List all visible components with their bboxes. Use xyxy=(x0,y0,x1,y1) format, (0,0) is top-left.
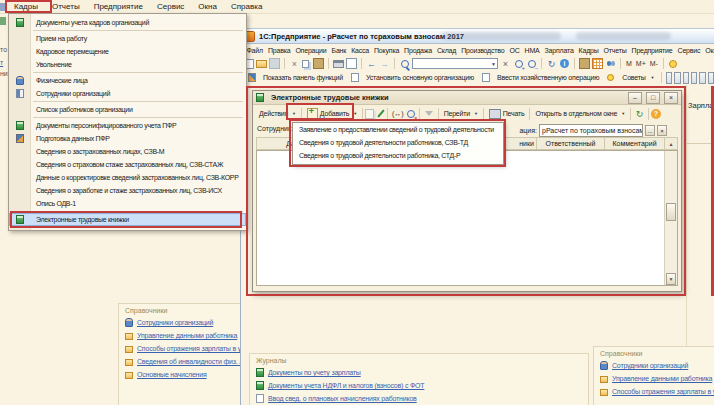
help-icon[interactable]: ? xyxy=(651,109,661,119)
open-icon[interactable] xyxy=(256,60,267,68)
minimize-icon[interactable] xyxy=(628,92,642,104)
zoom-out-icon[interactable] xyxy=(526,58,537,69)
grid-icon[interactable] xyxy=(592,58,603,69)
menubar-item[interactable]: Файл xyxy=(244,45,265,57)
forward-icon[interactable] xyxy=(379,58,390,69)
menubar-item[interactable]: Сервис xyxy=(150,1,191,13)
link-item[interactable]: Основные начисления xyxy=(119,368,241,381)
menu-item[interactable]: Документы учета кадров организаций xyxy=(9,16,246,29)
zoom-in-icon[interactable] xyxy=(513,58,524,69)
scrollbar-thumb[interactable] xyxy=(666,203,676,221)
actions-button[interactable]: Действия xyxy=(256,109,299,118)
menu-item[interactable]: Данные о корректировке сведений застрахо… xyxy=(9,171,246,184)
menu-item[interactable]: Документы персонифицированного учета ПФР xyxy=(9,119,246,132)
link-item[interactable]: Сотрудники организаций xyxy=(119,316,241,329)
menubar-item[interactable]: Справка xyxy=(224,1,269,13)
menu-item[interactable]: Электронные трудовые книжки xyxy=(9,213,246,226)
menubar-item[interactable]: Сервис xyxy=(675,45,703,57)
cut-icon[interactable] xyxy=(289,58,300,69)
add-menu-item[interactable]: Сведения о трудовой деятельности работни… xyxy=(293,149,503,162)
edit-pencil-icon[interactable] xyxy=(377,109,384,117)
salary-section-label[interactable]: Зарплата xyxy=(688,101,714,110)
link-item[interactable]: Документы учета НДФЛ и налогов (взносов)… xyxy=(250,379,588,392)
menubar-item[interactable]: Касса xyxy=(349,45,372,57)
organization-field[interactable]: pРасчет по тораховым взносам 201 xyxy=(539,124,643,137)
link-item[interactable]: Способы отражения зарплаты в учете xyxy=(119,342,241,355)
menubar-item[interactable]: Кадры xyxy=(576,45,601,57)
clear-icon[interactable] xyxy=(500,58,511,69)
menubar-item[interactable]: Операции xyxy=(293,45,329,57)
menubar-item[interactable]: Покупка xyxy=(372,45,402,57)
menubar-item[interactable]: ОС xyxy=(507,45,522,57)
maximize-icon[interactable] xyxy=(646,92,660,104)
journal-tool-icon[interactable] xyxy=(666,72,672,84)
dialog-title-bar[interactable]: Электронные трудовые книжки xyxy=(253,91,681,105)
close-icon[interactable] xyxy=(664,92,678,104)
link-item[interactable]: Управление данными работника xyxy=(594,372,714,385)
scroll-down-icon[interactable]: ▼ xyxy=(666,273,676,285)
menu-item[interactable]: Список работников организации xyxy=(9,103,246,116)
preview-icon[interactable] xyxy=(346,58,357,69)
document-list[interactable]: ▼ xyxy=(256,150,678,286)
save-icon[interactable] xyxy=(269,58,280,69)
refresh-icon[interactable] xyxy=(634,108,645,119)
copy-icon[interactable] xyxy=(302,60,309,68)
scroll-up-icon[interactable]: ▲ xyxy=(665,137,678,150)
link-item[interactable]: Способы отражения зарплаты в учете xyxy=(594,385,714,398)
menubar-item[interactable]: Окна xyxy=(191,1,224,13)
link-item[interactable]: Документы по учету зарплаты xyxy=(250,366,588,379)
journal-tool-icon[interactable] xyxy=(691,72,697,84)
menu-item[interactable]: Увольнение xyxy=(9,58,246,71)
menubar-item[interactable]: Зарплата xyxy=(542,45,576,57)
organization-clear-button[interactable]: × xyxy=(657,125,667,136)
back-icon[interactable] xyxy=(366,58,377,69)
menu-item[interactable]: Опись ОДВ-1 xyxy=(9,197,246,210)
info-icon[interactable] xyxy=(559,58,570,69)
menubar-item[interactable]: Предприятие xyxy=(87,1,150,13)
add-menu-item[interactable]: Заявление о предоставлении сведений о тр… xyxy=(293,123,503,136)
tips-icon[interactable] xyxy=(668,58,679,69)
combo-icon[interactable] xyxy=(412,58,498,69)
menubar-item[interactable]: Продажа xyxy=(402,45,435,57)
menubar-item[interactable]: Банк xyxy=(329,45,349,57)
link-item[interactable]: Ввод свед. о плановых начислениях работн… xyxy=(250,392,588,405)
menu-item[interactable]: Прием на работу xyxy=(9,32,246,45)
menubar-item[interactable]: Окна xyxy=(703,45,714,57)
function-button[interactable]: Показать панель функций xyxy=(244,71,347,84)
function-button[interactable]: Советы xyxy=(603,71,658,84)
menu-item[interactable]: Физические лица xyxy=(9,74,246,87)
function-button[interactable]: Установить основную организацию xyxy=(347,71,478,84)
memory-button[interactable]: M- xyxy=(650,60,658,67)
menu-item[interactable]: Сведения о страховом стаже застрахованны… xyxy=(9,158,246,171)
filter-funnel-icon[interactable] xyxy=(425,111,433,116)
paste-icon[interactable] xyxy=(313,58,324,69)
column-comment[interactable]: Комментарий xyxy=(605,137,665,150)
menubar-item[interactable]: Отчеты xyxy=(45,1,87,13)
menubar-item[interactable]: Кадры xyxy=(7,1,45,13)
journal-tool-icon[interactable] xyxy=(699,72,705,84)
link-item[interactable]: Сотрудники организаций xyxy=(594,359,714,372)
link-item[interactable]: Сведения об инвалидности физ. лиц xyxy=(119,355,241,368)
memory-button[interactable]: M+ xyxy=(636,60,646,67)
journal-tool-icon[interactable] xyxy=(708,72,714,84)
menu-item[interactable]: Сведения о заработке и стаже застрахован… xyxy=(9,184,246,197)
menubar-item[interactable]: Отчеты xyxy=(601,45,629,57)
menubar-item[interactable]: Правка xyxy=(265,45,292,57)
menu-item[interactable]: Сотрудники организаций xyxy=(9,87,246,100)
goto-button[interactable]: Перейти xyxy=(441,109,481,118)
column-responsible[interactable]: Ответственный xyxy=(537,137,605,150)
add-button[interactable]: Добавить xyxy=(304,107,360,120)
refresh-icon[interactable] xyxy=(546,58,557,69)
memory-button[interactable]: M xyxy=(626,60,632,67)
menubar-item[interactable]: Производство xyxy=(459,45,507,57)
period-icon[interactable]: (↔) xyxy=(392,110,404,117)
scrollbar[interactable]: ▼ xyxy=(664,151,677,285)
open-in-window-button[interactable]: Открыть в отдельном окне xyxy=(532,109,628,118)
print-icon[interactable] xyxy=(333,60,344,68)
organization-more-button[interactable]: ... xyxy=(645,125,655,136)
menu-item[interactable]: Подготовка данных ПФР xyxy=(9,132,246,145)
copy-icon[interactable] xyxy=(365,109,374,119)
menubar-item[interactable]: Склад xyxy=(434,45,458,57)
link-item[interactable]: Управление данными работника xyxy=(119,329,241,342)
find-icon[interactable] xyxy=(399,58,410,69)
